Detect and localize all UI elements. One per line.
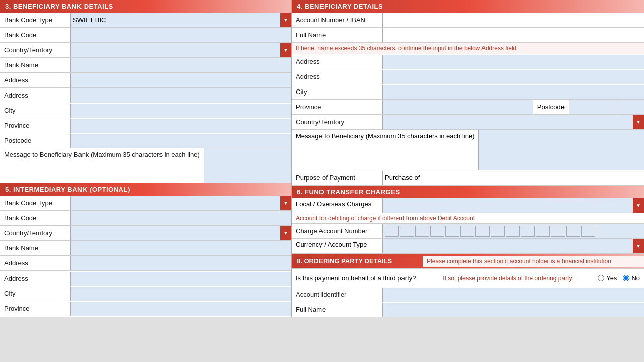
charge-cell-1[interactable] [385,226,399,237]
city-input-3[interactable] [70,104,291,118]
charge-cell-4[interactable] [430,226,444,237]
country-territory-row-5: Country/Territory ▼ [0,226,291,241]
bank-name-input-5[interactable] [70,241,291,255]
purpose-row: Purpose of Payment [292,170,644,186]
address2-input-5[interactable] [70,272,291,286]
country-arrow-5[interactable]: ▼ [280,226,291,240]
bank-name-input[interactable] [70,58,291,72]
country-dropdown-4[interactable]: ▼ [382,115,644,129]
address1-input-3[interactable] [70,73,291,87]
address1-label-4: Address [292,56,382,67]
radio-yes-label[interactable]: Yes [598,274,617,282]
account-id-row: Account Identifier [292,287,644,302]
local-overseas-select[interactable] [383,199,644,213]
province-input-3[interactable] [70,119,291,133]
city-row-5: City [0,286,291,301]
province-row-3: Province [0,118,291,133]
country-arrow-4[interactable]: ▼ [633,115,644,129]
country-dropdown-3[interactable]: ▼ [70,43,291,57]
msg-bank-textarea[interactable] [204,148,291,183]
province-input-5[interactable] [70,302,291,316]
msg-bank-label: Message to Beneficiary Bank (Maximum 35 … [0,148,204,161]
bank-code-input-5[interactable] [70,211,291,225]
province-input-4[interactable] [382,100,533,114]
bank-code-row: Bank Code [0,28,291,43]
bank-code-type-dropdown[interactable]: SWIFT BIC ▼ [70,13,291,27]
page: 3. BENEFICIARY BANK DETAILS Bank Code Ty… [0,0,644,317]
city-input-5[interactable] [70,287,291,301]
radio-no-label[interactable]: No [623,274,640,282]
country-dropdown-5[interactable]: ▼ [70,226,291,240]
charge-cell-12[interactable] [551,226,565,237]
account-number-input[interactable] [382,13,644,27]
full-name-row-8: Full Name [292,302,644,317]
section6-header: 6. FUND TRANSFER CHARGES [292,186,644,198]
charge-cell-6[interactable] [460,226,474,237]
city-label-4: City [292,86,382,98]
radio-no-text: No [631,274,640,282]
section5-header: 5. INTERMEDIARY BANK (OPTIONAL) [0,183,291,196]
full-name-row-4: Full Name [292,28,644,43]
charge-cell-2[interactable] [400,226,414,237]
charge-cell-13[interactable] [566,226,580,237]
bank-code-type-arrow[interactable]: ▼ [280,13,291,27]
purpose-input[interactable] [382,171,644,185]
country-arrow-3[interactable]: ▼ [280,43,291,57]
country-territory-row-3: Country/Territory ▼ [0,43,291,58]
charge-cell-8[interactable] [491,226,505,237]
third-party-row: Is this payment on behalf of a third par… [292,269,644,287]
bank-code-type-value: SWIFT BIC [73,16,106,24]
city-input-4[interactable] [382,85,644,99]
radio-no[interactable] [623,275,629,281]
currency-account-select[interactable] [383,239,644,253]
bank-code-type-row-5: Bank Code Type ▼ [0,196,291,211]
country-territory-label-4: Country/Territory [292,116,382,128]
radio-yes[interactable] [598,275,604,281]
local-overseas-label: Local / Overseas Charges [292,198,382,213]
msg-bene-label: Message to Beneficiary (Maximum 35 chara… [292,130,478,143]
local-overseas-row: Local / Overseas Charges ▼ [292,198,644,213]
charge-cell-10[interactable] [521,226,535,237]
charge-cell-5[interactable] [445,226,459,237]
bank-code-label: Bank Code [0,29,70,41]
charge-cell-7[interactable] [475,226,490,237]
address2-input-4[interactable] [382,70,644,84]
full-name-label-4: Full Name [292,29,382,41]
left-column: 3. BENEFICIARY BANK DETAILS Bank Code Ty… [0,0,292,317]
msg-bene-textarea[interactable] [478,130,644,170]
currency-account-dropdown[interactable]: ▼ [382,239,644,253]
account-id-input[interactable] [382,288,644,302]
postcode-input-4[interactable] [569,100,619,114]
charge-cell-3[interactable] [415,226,429,237]
bank-code-type-dropdown-5[interactable]: ▼ [70,196,291,210]
address1-input-4[interactable] [382,55,644,69]
address2-label-3: Address [0,89,70,101]
full-name-input-8[interactable] [382,303,644,317]
bank-name-label: Bank Name [0,59,70,71]
charge-account-row: Charge Account Number [292,224,644,239]
address1-row-5: Address [0,256,291,271]
address2-label-5: Address [0,273,70,284]
section8-title: 8. ORDERING PARTY DETAILS [292,255,423,267]
charge-cell-11[interactable] [536,226,550,237]
bank-code-input[interactable] [70,28,291,42]
bank-code-type-arrow-5[interactable]: ▼ [280,196,291,210]
section8-header-row: 8. ORDERING PARTY DETAILS Please complet… [292,254,644,269]
full-name-input-4[interactable] [382,28,644,42]
postcode-row-3: Postcode [0,133,291,148]
postcode-label-3: Postcode [0,135,70,146]
bank-code-type-row: Bank Code Type SWIFT BIC ▼ [0,13,291,28]
province-label-5: Province [0,303,70,314]
province-label-3: Province [0,120,70,131]
address1-row-3: Address [0,73,291,88]
full-name-label-8: Full Name [292,304,382,315]
country-territory-row-4: Country/Territory ▼ [292,115,644,130]
postcode-extra-input[interactable] [619,100,644,114]
address2-input-3[interactable] [70,88,291,103]
third-party-question: Is this payment on behalf of a third par… [292,272,423,284]
local-overseas-dropdown[interactable]: ▼ [382,198,644,213]
charge-cell-14[interactable] [581,226,595,237]
address1-input-5[interactable] [70,256,291,270]
postcode-input-3[interactable] [70,134,291,148]
charge-cell-9[interactable] [506,226,520,237]
